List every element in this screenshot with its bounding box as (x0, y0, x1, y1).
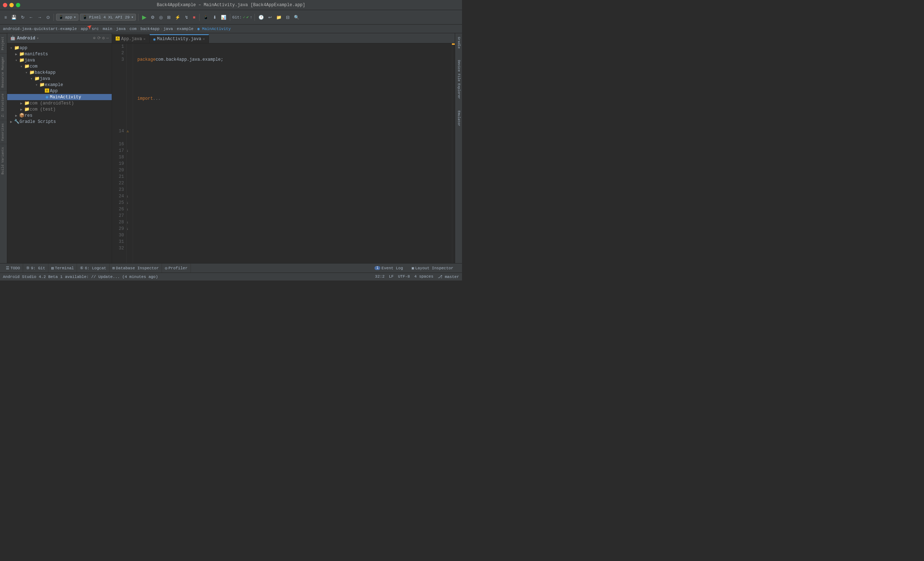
expand-arrow-java-nested: ▾ (29, 76, 34, 81)
indent-size[interactable]: 4 spaces (414, 274, 434, 279)
tree-item-example[interactable]: ▾ 📁 example (7, 82, 112, 88)
tree-item-gradle[interactable]: ▶ 🔧 Gradle Scripts (7, 118, 112, 125)
profiler-panel[interactable]: ◎ Profiler (162, 264, 190, 273)
bc-java[interactable]: java (116, 27, 126, 31)
bc-src[interactable]: src (92, 27, 99, 31)
tree-item-back4app[interactable]: ▾ 📁 back4app (7, 69, 112, 75)
code-content[interactable]: package com.back4app.java.example; impor… (133, 44, 452, 263)
todo-panel[interactable]: ☰ TODO (3, 264, 23, 273)
tree-item-androidtest[interactable]: ▶ 📁 com (androidTest) (7, 100, 112, 106)
debug-button[interactable]: ⚙ (149, 14, 156, 21)
stop-button[interactable]: ■ (191, 14, 196, 21)
bc-mainactivity[interactable]: ◉ MainActivity (197, 26, 231, 31)
search-everywhere-button[interactable]: 🔍 (292, 14, 301, 21)
layout-inspector-panel[interactable]: ▣ Layout Inspector (409, 266, 456, 270)
minimize-button[interactable] (9, 3, 14, 7)
sync-files-icon[interactable]: ⟳ (97, 35, 101, 41)
project-structure-button[interactable]: 📁 (275, 14, 283, 21)
tree-item-app[interactable]: ▾ 📁 app (7, 45, 112, 51)
tree-item-java-root[interactable]: ▾ 📁 java (7, 57, 112, 63)
tree-item-test[interactable]: ▶ 📁 com (test) (7, 106, 112, 112)
back-button[interactable]: ← (27, 14, 35, 21)
separator-3 (199, 14, 200, 21)
maximize-button[interactable] (16, 3, 20, 7)
app-selector[interactable]: 📱 app ▾ (56, 14, 78, 21)
event-log-panel[interactable]: 1 Event Log (372, 266, 406, 270)
apply-changes-button[interactable]: ⚡ (174, 14, 182, 21)
save-button[interactable]: 💾 (10, 14, 18, 21)
project-dropdown[interactable]: ▾ (36, 36, 39, 40)
database-inspector-panel[interactable]: ⊞ Database Inspector (110, 264, 162, 273)
expand-arrow-res: ▶ (14, 114, 19, 118)
folder-icon-app: 📁 (14, 45, 20, 51)
chevron-down-icon: ▾ (131, 15, 134, 20)
undo-button[interactable]: ↩ (267, 14, 273, 21)
profiler-button[interactable]: 📊 (219, 14, 228, 21)
tab-icon-app: 🅰 (116, 36, 120, 41)
tree-item-app-java[interactable]: 🅰 App (7, 88, 112, 94)
history-clock-button[interactable]: 🕐 (257, 14, 266, 21)
collapse-icon[interactable]: — (106, 36, 109, 41)
emulator-tab[interactable]: Emulator (456, 108, 461, 128)
tab-mainactivity-java[interactable]: ◉ MainActivity.java ✕ (150, 34, 209, 43)
tab-close-app[interactable]: ✕ (144, 37, 146, 41)
structure-tab[interactable]: Z: Structure (0, 90, 7, 120)
sidebar-toggle-button[interactable]: ≡ (3, 14, 8, 21)
bc-java2[interactable]: java (164, 27, 173, 31)
encoding[interactable]: UTF-8 (398, 274, 410, 279)
run-with-coverage-button[interactable]: ⊞ (166, 14, 172, 21)
project-tab[interactable]: Project (0, 33, 7, 53)
add-icon[interactable]: ⊕ (93, 35, 95, 41)
tab-app-java[interactable]: 🅰 App.java ✕ (112, 34, 150, 43)
main-layout: Project Resource Manager Z: Structure Fa… (0, 33, 462, 263)
profile-button[interactable]: ◎ (158, 14, 164, 21)
tree-item-manifests[interactable]: ▶ 📁 manifests (7, 51, 112, 57)
separator-5 (255, 14, 255, 21)
build-variants-tab[interactable]: Build Variants (0, 144, 7, 177)
git-panel[interactable]: ⑨ 9: Git (23, 264, 48, 273)
git-push-icon[interactable]: ↑ (250, 15, 252, 20)
tree-item-res[interactable]: ▶ 📦 res (7, 112, 112, 118)
tree-label-test: com (test) (30, 107, 56, 112)
git-check-icon[interactable]: ✓ (243, 15, 246, 20)
breadcrumb: android-java-quickstart-example › app › … (0, 25, 462, 33)
tree-item-mainactivity[interactable]: ◉ MainActivity (7, 94, 112, 100)
gradle-tab[interactable]: Gradle (456, 35, 461, 51)
folder-icon-test: 📁 (24, 106, 30, 112)
close-button[interactable] (3, 3, 7, 7)
terminal-panel[interactable]: ▤ Terminal (48, 264, 77, 273)
folder-icon-manifests: 📁 (19, 51, 25, 57)
tree-label-androidtest: com (androidTest) (30, 101, 74, 106)
favorites-tab[interactable]: Favorites (0, 120, 7, 144)
forward-button[interactable]: → (36, 14, 44, 21)
bc-app[interactable]: app (81, 27, 88, 31)
bc-main[interactable]: main (103, 27, 112, 31)
git-tick-icon[interactable]: ✔ (246, 15, 249, 20)
tab-close-main[interactable]: ✕ (203, 37, 205, 41)
folder-icon-com: 📁 (24, 64, 30, 69)
bc-project[interactable]: android-java-quickstart-example (3, 27, 77, 31)
device-selector[interactable]: 📱 Pixel 4 XL API 29 ▾ (80, 14, 136, 21)
sync-button[interactable]: ↻ (20, 14, 26, 21)
history-button[interactable]: ⊙ (45, 14, 51, 21)
device-file-explorer-tab[interactable]: Device File Explorer (456, 58, 461, 101)
cursor-position[interactable]: 32:2 (375, 274, 384, 279)
sdk-manager-button[interactable]: ⬇ (212, 14, 218, 21)
tree-label-mainactivity: MainActivity (50, 95, 81, 100)
run-button[interactable]: ▶ (141, 13, 148, 21)
avd-manager-button[interactable]: 📱 (202, 14, 210, 21)
tree-label-res: res (25, 113, 33, 118)
bc-back4app[interactable]: back4app (141, 27, 160, 31)
folder-icon-example: 📁 (39, 82, 45, 87)
logcat-panel[interactable]: ⑥ 6: Logcat (77, 264, 109, 273)
tree-item-java-nested[interactable]: ▾ 📁 java (7, 75, 112, 82)
line-ending[interactable]: LF (389, 274, 394, 279)
tree-item-com[interactable]: ▾ 📁 com (7, 63, 112, 69)
settings-icon[interactable]: ⚙ (102, 35, 105, 41)
bc-com[interactable]: com (129, 27, 136, 31)
app-name: app (65, 15, 72, 20)
bc-example[interactable]: example (177, 27, 194, 31)
ide-settings-button[interactable]: ⊟ (285, 14, 291, 21)
apply-code-changes-button[interactable]: ↯ (183, 14, 190, 21)
resource-manager-tab[interactable]: Resource Manager (0, 53, 7, 90)
